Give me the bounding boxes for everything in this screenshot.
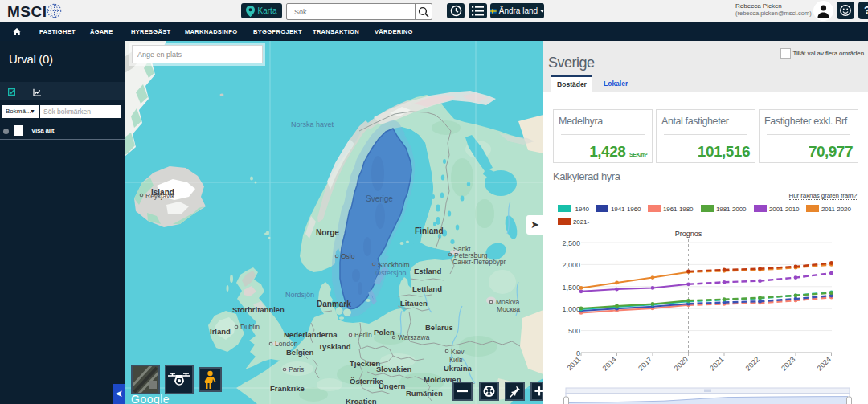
svg-text:Irland: Irland <box>210 327 231 336</box>
svg-text:Stockholm: Stockholm <box>378 261 410 269</box>
svg-text:Dublin: Dublin <box>240 323 260 331</box>
svg-text:Київ: Київ <box>449 356 463 364</box>
svg-text:Kroatien: Kroatien <box>346 397 377 404</box>
svg-text:2,500: 2,500 <box>562 239 580 247</box>
svg-text:2024: 2024 <box>816 355 833 372</box>
svg-text:2023: 2023 <box>780 355 796 372</box>
svg-text:Санкт-Петербург: Санкт-Петербург <box>452 258 506 266</box>
svg-text:Östersjön: Östersjön <box>375 269 407 277</box>
svg-text:2,000: 2,000 <box>562 261 580 269</box>
svg-text:Belarus: Belarus <box>425 323 453 332</box>
svg-text:Warszawa: Warszawa <box>398 333 430 341</box>
svg-text:Storbritannien: Storbritannien <box>232 305 285 314</box>
svg-text:Nordsjön: Nordsjön <box>285 291 314 299</box>
svg-text:1,500: 1,500 <box>562 284 580 292</box>
svg-text:2022: 2022 <box>744 355 761 372</box>
svg-text:2021: 2021 <box>708 355 725 372</box>
svg-text:1,000: 1,000 <box>562 305 580 313</box>
svg-text:Reykjavik: Reykjavik <box>145 192 175 200</box>
svg-text:Kiev: Kiev <box>451 348 465 356</box>
svg-text:2011: 2011 <box>566 355 583 372</box>
svg-text:2020: 2020 <box>673 355 690 372</box>
svg-text:Polen: Polen <box>374 328 395 337</box>
svg-text:Norge: Norge <box>316 228 339 237</box>
svg-text:Sverige: Sverige <box>366 194 393 203</box>
svg-text:Finland: Finland <box>415 226 444 235</box>
svg-text:Ungern: Ungern <box>379 382 405 390</box>
svg-text:Frankrike: Frankrike <box>270 384 305 393</box>
svg-text:Prognos: Prognos <box>675 230 702 238</box>
svg-text:Slovakien: Slovakien <box>376 365 412 373</box>
svg-text:Danmark: Danmark <box>317 300 351 308</box>
svg-text:Lettland: Lettland <box>412 284 442 293</box>
svg-text:Norska havet: Norska havet <box>291 120 334 129</box>
svg-text:2017: 2017 <box>637 355 653 372</box>
svg-text:500: 500 <box>568 327 580 335</box>
svg-text:Nederländerna: Nederländerna <box>284 330 338 339</box>
svg-text:Litauen: Litauen <box>400 299 428 308</box>
svg-text:Paris: Paris <box>289 365 304 373</box>
svg-text:London: London <box>275 340 298 348</box>
svg-text:Ukraina: Ukraina <box>444 364 473 373</box>
svg-text:Oslo: Oslo <box>341 252 355 260</box>
svg-text:Москва: Москва <box>497 305 520 313</box>
svg-text:Berlin: Berlin <box>354 331 372 339</box>
svg-text:Belgien: Belgien <box>286 348 314 357</box>
svg-text:Tyskland: Tyskland <box>318 342 351 351</box>
svg-text:Estland: Estland <box>414 267 442 275</box>
svg-text:Rumänien: Rumänien <box>406 389 443 398</box>
svg-text:2014: 2014 <box>601 355 618 372</box>
